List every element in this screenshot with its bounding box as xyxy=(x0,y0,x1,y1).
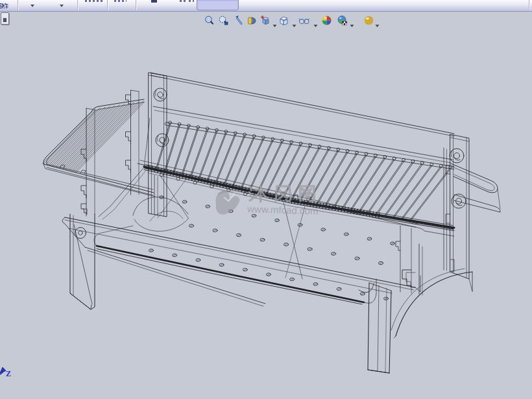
zoom-to-fit-button[interactable] xyxy=(204,15,215,26)
commandmanager-toolbar-clipped xyxy=(0,0,532,12)
zoom-to-area-icon xyxy=(218,17,229,28)
apply-scene-icon xyxy=(337,17,348,28)
toolbar-dropdown-arrow[interactable] xyxy=(30,5,34,7)
z-axis-label: Z xyxy=(6,369,11,378)
graphics-area[interactable]: www.mfcad.com Z xyxy=(0,12,532,399)
toolbar-separator xyxy=(529,0,529,10)
hide-show-items-icon xyxy=(298,17,309,28)
zoom-to-area-button[interactable] xyxy=(218,15,229,26)
heads-up-view-toolbar xyxy=(0,15,532,27)
featuremanager-collapsed-tab[interactable] xyxy=(1,12,9,25)
toolbar-button-clipped[interactable] xyxy=(114,0,127,2)
display-style-dropdown-arrow[interactable] xyxy=(292,19,296,23)
solidworks-window: { "window": { "width": 820, "height": 61… xyxy=(0,0,532,399)
view-orientation-icon xyxy=(260,17,271,28)
toolbar-pressed-button[interactable] xyxy=(197,0,239,10)
toolbar-button-label-partial[interactable] xyxy=(0,1,10,10)
edit-appearance-icon xyxy=(321,17,332,28)
view-settings-dropdown-arrow[interactable] xyxy=(375,19,380,23)
edit-appearance-button[interactable] xyxy=(321,15,332,26)
assembly-document-icon xyxy=(3,18,6,22)
previous-view-icon xyxy=(234,17,245,28)
toolbar-separator xyxy=(77,0,78,10)
view-orientation-dropdown-arrow[interactable] xyxy=(272,19,277,23)
toolbar-separator xyxy=(18,0,18,10)
apply-scene-button[interactable] xyxy=(337,15,348,26)
toolbar-separator xyxy=(136,0,136,10)
toolbar-button-clipped[interactable] xyxy=(85,0,103,2)
hide-show-items-dropdown-arrow[interactable] xyxy=(313,19,318,23)
display-style-icon xyxy=(278,17,289,28)
apply-scene-dropdown-arrow[interactable] xyxy=(350,19,354,23)
view-orientation-button[interactable] xyxy=(260,15,271,26)
display-style-button[interactable] xyxy=(278,15,289,26)
section-view-icon xyxy=(247,17,258,28)
section-view-button[interactable] xyxy=(247,15,258,26)
toolbar-button-clipped[interactable] xyxy=(151,0,157,3)
toolbar-button-clipped[interactable] xyxy=(189,0,194,2)
toolbar-dropdown-arrow[interactable] xyxy=(60,5,64,7)
previous-view-button[interactable] xyxy=(234,15,245,26)
view-settings-icon xyxy=(363,17,374,28)
toolbar-separator xyxy=(107,0,108,10)
zoom-to-fit-icon xyxy=(204,17,215,28)
toolbar-button-clipped[interactable] xyxy=(180,0,186,2)
hide-show-items-button[interactable] xyxy=(298,15,309,26)
view-settings-button[interactable] xyxy=(363,15,374,26)
